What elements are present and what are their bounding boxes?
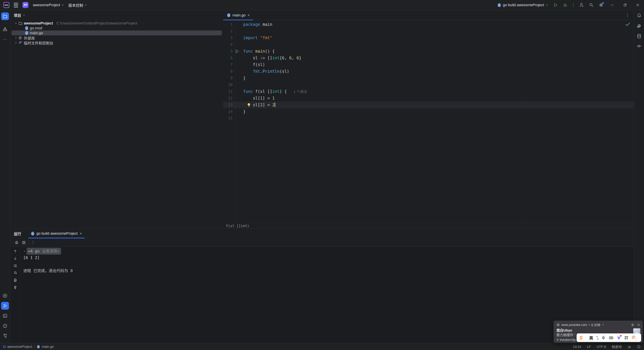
run-configuration-selector[interactable]: go build awesomeProject (498, 3, 548, 7)
tree-row-maingo[interactable]: main.go (12, 30, 222, 35)
code-line-3[interactable]: import "fmt" (243, 34, 307, 41)
close-tab-icon[interactable] (80, 232, 82, 235)
run-tab[interactable]: go build awesomeProject (28, 229, 85, 238)
settings-button[interactable] (599, 3, 604, 7)
code-line-9[interactable]: } (243, 75, 307, 81)
vcs-menu[interactable]: 版本控制 (68, 2, 87, 8)
code-line-14[interactable]: } (243, 108, 307, 115)
code-line-10[interactable] (243, 81, 307, 88)
tab-options-icon[interactable]: ⋯ (625, 13, 634, 17)
close-button[interactable] (634, 3, 642, 7)
fold-chevron-icon[interactable] (23, 250, 26, 252)
soft-wrap-icon[interactable] (13, 264, 17, 268)
file-encoding[interactable]: UTF-8 (596, 345, 606, 349)
problems-tool-button[interactable] (1, 322, 9, 330)
terminal-tool-button[interactable] (1, 312, 9, 320)
up-stack-trace-icon[interactable] (13, 249, 17, 253)
ime-toolbox-icon[interactable] (624, 336, 628, 340)
tab-maingo[interactable]: main.go (223, 10, 253, 20)
project-selector[interactable]: awesomeProject (33, 3, 64, 7)
code-line-15[interactable] (243, 115, 307, 122)
ime-language-toggle[interactable]: 英 (589, 335, 593, 341)
code-line-13[interactable]: sl[2] = 2 (243, 102, 307, 108)
editor-tab-bar: main.go ⋯ (223, 10, 634, 20)
code-with-me-icon[interactable]: </> (637, 44, 641, 48)
ime-punctuation-toggle[interactable]: ’, (596, 335, 598, 340)
left-tool-strip: ⋯ (0, 10, 10, 343)
scroll-to-end-icon[interactable] (13, 271, 17, 275)
code-line-5[interactable]: func main() { (243, 48, 307, 55)
tree-row-scratches[interactable]: 临时文件和控制台 (10, 40, 223, 45)
terminal-icon (3, 314, 8, 318)
text-caret (275, 102, 275, 107)
project-avatar[interactable]: AP (22, 2, 28, 8)
code-line-4[interactable] (243, 41, 307, 48)
minimize-button[interactable] (608, 3, 616, 7)
ime-toolbar[interactable]: S 英 ’, ✦ (576, 334, 641, 342)
code-line-12[interactable]: sl[1] = 1 (243, 95, 307, 102)
clear-trash-icon[interactable] (13, 285, 17, 289)
keyboard-icon[interactable] (609, 336, 614, 340)
tree-row-external-libraries[interactable]: 外部库 (10, 35, 223, 40)
notifications-bell-icon[interactable] (637, 13, 642, 18)
run-button[interactable] (553, 3, 558, 7)
console-command-line[interactable]: <4 go 设置调用> (23, 248, 73, 255)
read-only-lock-icon[interactable] (628, 345, 631, 349)
notification-settings-icon[interactable] (631, 323, 634, 327)
cursor-position[interactable]: 13:14 (573, 345, 581, 349)
notification-close-icon[interactable] (637, 323, 640, 327)
main-menu-icon[interactable] (14, 3, 18, 7)
folder-icon (3, 14, 8, 18)
project-module-icon (3, 346, 6, 348)
go-file-icon (25, 26, 28, 30)
emoji-icon[interactable]: ✦ (632, 336, 636, 340)
microphone-icon[interactable] (601, 336, 606, 340)
chevron-down-icon (546, 4, 548, 6)
code-line-6[interactable]: sl := []int{6, 6, 6} (243, 55, 307, 61)
chevron-collapsed-icon[interactable] (15, 41, 17, 44)
ai-assistant-icon[interactable] (637, 23, 642, 28)
more-tool-windows-button[interactable]: ⋯ (1, 35, 9, 43)
line-separator[interactable]: LF (587, 345, 591, 349)
project-tool-button[interactable] (1, 12, 9, 20)
run-console[interactable]: <4 go 设置调用> [6 1 2] 进程 已完成，退出代码为 0 (10, 247, 634, 343)
sogou-logo-icon[interactable]: S (579, 335, 582, 340)
services-tool-button[interactable] (1, 292, 9, 300)
statusbar-project[interactable]: awesomeProject (7, 345, 32, 349)
git-tool-button[interactable] (1, 332, 9, 340)
print-icon[interactable] (13, 278, 17, 282)
run-tool-button[interactable] (1, 302, 9, 310)
tree-row-gomod[interactable]: go.mod (10, 26, 223, 30)
database-icon[interactable] (637, 34, 642, 38)
right-tool-strip: </> (634, 10, 644, 343)
structure-tool-button[interactable] (1, 25, 9, 33)
tree-row-root[interactable]: awesomeProject C:\Users\meowr\GolandProj… (10, 21, 223, 26)
debug-button[interactable] (563, 3, 568, 7)
indent-style[interactable]: 制表符 (612, 344, 622, 349)
chevron-expanded-icon[interactable] (15, 22, 17, 24)
down-stack-trace-icon[interactable] (13, 257, 17, 261)
inspections-ok-icon[interactable] (626, 22, 630, 26)
run-main-gutter-icon[interactable] (235, 49, 239, 53)
code-editor[interactable]: 123456789101112131415 package mainimport… (223, 20, 634, 223)
search-icon[interactable] (589, 3, 594, 7)
indicator-icon[interactable] (637, 345, 641, 349)
code-line-11[interactable]: func f(sl []int) { 1 个用法 (243, 88, 307, 95)
rerun-icon[interactable] (14, 240, 19, 245)
more-actions-icon[interactable]: ⋯ (572, 3, 574, 7)
code-line-8[interactable]: fmt.Println(sl) (243, 68, 307, 75)
statusbar-file[interactable]: main.go (42, 345, 54, 349)
close-tab-icon[interactable] (247, 14, 250, 16)
code-line-1[interactable]: package main (243, 21, 307, 28)
code-line-7[interactable]: f(sl) (243, 61, 307, 68)
restore-button[interactable] (621, 3, 629, 7)
ime-skin-icon[interactable] (617, 336, 621, 340)
collapse-icon[interactable] (602, 324, 604, 326)
more-options-icon[interactable]: ⋯ (32, 240, 34, 245)
add-user-icon[interactable] (579, 3, 584, 7)
project-panel-header[interactable]: 项目 (10, 10, 223, 20)
code-line-2[interactable] (243, 28, 307, 34)
editor-breadcrumb[interactable]: f(sl []int) (223, 223, 634, 228)
chevron-collapsed-icon[interactable] (15, 37, 17, 39)
stop-icon[interactable] (22, 241, 26, 244)
